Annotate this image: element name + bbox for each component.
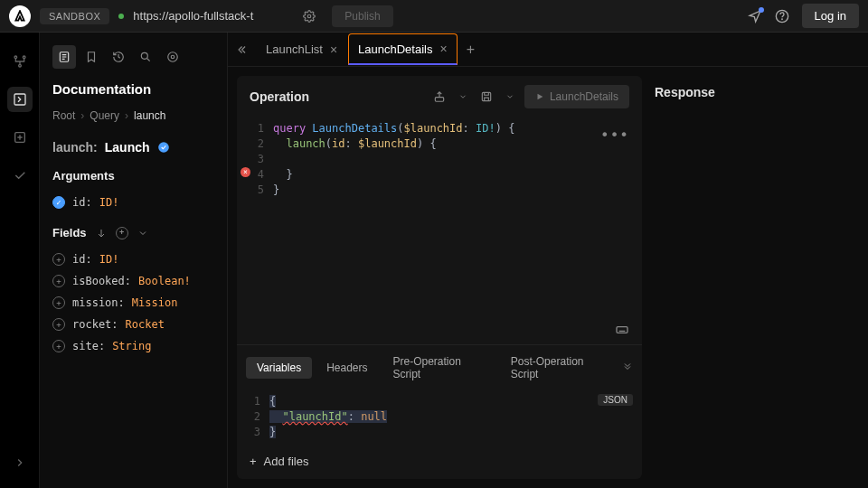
rail-checks-icon[interactable] [7,163,33,188]
login-button[interactable]: Log in [802,4,859,28]
collapse-panel-icon[interactable] [235,43,248,56]
svg-rect-15 [617,327,627,333]
tab-variables[interactable]: Variables [246,357,312,379]
operation-title: Operation [250,89,423,104]
argument-row[interactable]: ✓ id: ID! [52,192,214,213]
field-row[interactable]: +rocket: Rocket [52,314,214,335]
settings-icon[interactable] [303,10,316,23]
collapse-lower-icon[interactable] [622,362,633,373]
svg-point-4 [23,56,25,59]
notifications-icon[interactable] [748,9,762,23]
save-icon[interactable] [477,88,495,106]
bookmark-icon[interactable] [80,45,103,69]
history-icon[interactable] [107,45,130,69]
chevron-down-icon[interactable] [456,89,470,104]
apollo-logo[interactable] [9,5,31,27]
breadcrumb: Root › Query › launch [52,109,214,122]
verified-icon [157,141,170,154]
close-icon[interactable]: × [330,42,337,57]
sort-icon[interactable] [96,228,107,239]
tab-post-script[interactable]: Post-Operation Script [500,351,618,385]
svg-rect-14 [482,92,490,100]
breadcrumb-current: launch [134,109,165,122]
json-format-badge[interactable]: JSON [598,394,633,406]
check-icon: ✓ [52,196,65,209]
help-icon[interactable] [775,9,789,23]
rail-schema-icon[interactable] [7,49,33,74]
response-title: Response [651,76,859,108]
svg-point-5 [18,64,21,67]
arguments-section-title: Arguments [52,169,214,183]
svg-point-9 [141,52,147,59]
share-icon[interactable] [430,88,448,106]
doc-settings-icon[interactable] [161,45,184,69]
svg-point-10 [171,55,175,59]
svg-point-3 [14,56,17,59]
doc-view-icon[interactable] [52,45,76,69]
tab-launchdetails[interactable]: LaunchDetails × [348,33,458,65]
sandbox-badge: SANDBOX [40,8,109,24]
plus-icon: + [250,455,257,468]
documentation-title: Documentation [52,81,214,97]
add-all-icon[interactable]: + [116,227,128,239]
field-row[interactable]: +id: ID! [52,249,214,270]
error-icon[interactable]: × [241,167,250,177]
rail-diff-icon[interactable] [7,125,33,150]
new-tab-button[interactable]: + [459,42,482,58]
connection-status-dot [118,14,124,19]
keyboard-shortcuts-icon[interactable] [615,323,629,337]
fields-section-title: Fields + [52,226,214,239]
field-row[interactable]: +site: String [52,335,214,357]
add-files-button[interactable]: + Add files [237,447,642,479]
rail-explorer-icon[interactable] [7,87,33,112]
field-row[interactable]: +isBooked: Boolean! [52,270,214,292]
run-operation-button[interactable]: LaunchDetails [524,85,629,108]
plus-icon: + [52,275,65,287]
plus-icon: + [52,340,65,352]
breadcrumb-query[interactable]: Query [90,109,119,122]
publish-button[interactable]: Publish [332,5,392,27]
variables-editor[interactable]: 1 2 3 { "launchId": null } [237,390,598,447]
svg-point-2 [781,19,782,20]
search-icon[interactable] [134,45,157,69]
plus-icon: + [52,318,65,331]
type-heading: launch: Launch [52,140,214,155]
svg-point-11 [168,52,178,62]
rail-expand-icon[interactable] [7,450,33,475]
operation-editor[interactable]: × 1 2 3 4 5 query LaunchDetails($launchI… [237,117,642,344]
endpoint-url-input[interactable] [133,9,296,23]
chevron-down-icon[interactable] [137,228,148,239]
more-icon[interactable]: ••• [600,127,629,144]
chevron-down-icon[interactable] [503,89,517,104]
svg-point-12 [158,142,169,153]
field-row[interactable]: +mission: Mission [52,292,214,314]
close-icon[interactable]: × [439,42,447,56]
tab-pre-script[interactable]: Pre-Operation Script [382,351,496,385]
plus-icon: + [52,253,65,266]
tab-launchlist[interactable]: LaunchList × [257,35,346,64]
breadcrumb-root[interactable]: Root [52,109,75,122]
svg-point-0 [308,14,312,18]
plus-icon: + [52,296,65,309]
svg-rect-13 [435,98,443,102]
tab-headers[interactable]: Headers [316,357,378,379]
